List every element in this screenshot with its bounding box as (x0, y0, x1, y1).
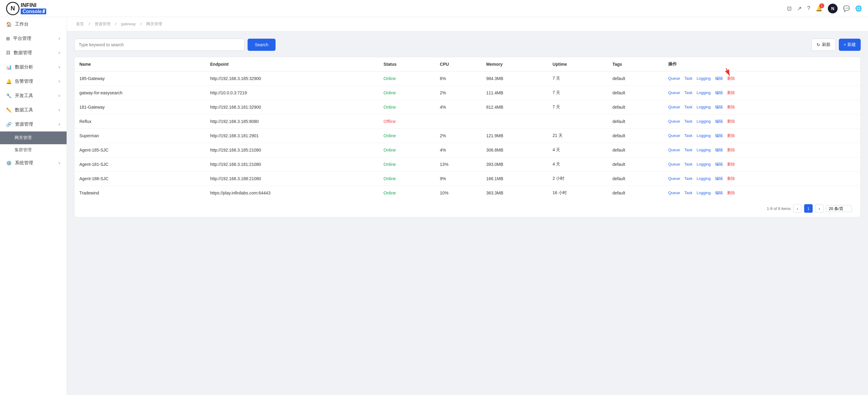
breadcrumb-resource[interactable]: 资源管理 (95, 22, 111, 26)
action-logging-link[interactable]: Logging (697, 176, 711, 181)
sidebar-item-platform[interactable]: ⊞ 平台管理 ∨ (0, 31, 67, 45)
table-header-row: Name Endpoint Status CPU Memory Uptime T… (74, 57, 860, 71)
action-queue-link[interactable]: Queue (668, 148, 680, 152)
prev-page-button[interactable]: ‹ (793, 204, 802, 213)
cell-endpoint: https://play.infinilabs.com:64443 (205, 186, 379, 200)
action-queue-link[interactable]: Queue (668, 133, 680, 138)
sidebar-item-alert[interactable]: 🔔 告警管理 ∨ (0, 74, 67, 89)
sidebar-item-data[interactable]: 目 数据管理 ∨ (0, 45, 67, 60)
sidebar-item-analysis[interactable]: 📊 数据分析 ∨ (0, 60, 67, 74)
action-logging-link[interactable]: Logging (697, 76, 711, 81)
help-icon[interactable]: ? (807, 5, 810, 11)
action-edit-link[interactable]: 编辑 (715, 76, 723, 81)
action-logging-link[interactable]: Logging (697, 119, 711, 124)
col-actions: 操作 (663, 57, 860, 71)
cell-uptime: 4 天 (548, 143, 608, 157)
search-input[interactable] (74, 39, 245, 51)
breadcrumb-gateway[interactable]: gateway (121, 22, 136, 26)
action-delete-link[interactable]: 删除 (727, 190, 735, 195)
action-logging-link[interactable]: Logging (697, 162, 711, 166)
action-logging-link[interactable]: Logging (697, 105, 711, 109)
new-button[interactable]: + 新建 (839, 39, 861, 51)
sidebar-item-inner: 🏠 工作台 (6, 21, 29, 27)
search-button[interactable]: Search (248, 39, 276, 51)
refresh-button[interactable]: ↻ 刷新 (811, 39, 836, 51)
action-task-link[interactable]: Task (684, 162, 692, 166)
table-row: Superman http://192.168.3.181:2901 Onlin… (74, 129, 860, 143)
sidebar-item-devtools[interactable]: 🔧 开发工具 ∨ (0, 89, 67, 103)
cell-cpu: 6% (435, 71, 481, 86)
chevron-down-icon: ∨ (58, 65, 61, 69)
action-delete-link[interactable]: 删除 (727, 105, 735, 109)
action-delete-link[interactable]: 删除 (727, 119, 735, 124)
action-delete-link[interactable]: 删除 (727, 162, 735, 166)
action-logging-link[interactable]: Logging (697, 133, 711, 138)
action-edit-link[interactable]: 编辑 (715, 190, 723, 195)
action-delete-link[interactable]: 删除 (727, 176, 735, 181)
cell-actions: Queue Task Logging 编辑 删除 (663, 186, 860, 200)
action-task-link[interactable]: Task (684, 176, 692, 181)
cell-actions: Queue Task Logging 编辑 删除 (663, 71, 860, 86)
action-task-link[interactable]: Task (684, 90, 692, 95)
chat-icon[interactable]: 💬 (843, 5, 850, 12)
search-left: Search (74, 39, 808, 51)
action-edit-link[interactable]: 编辑 (715, 162, 723, 166)
page-1-button[interactable]: 1 (804, 204, 813, 213)
cell-tags: default (608, 115, 663, 129)
action-task-link[interactable]: Task (684, 190, 692, 195)
action-edit-link[interactable]: 编辑 (715, 133, 723, 138)
action-logging-link[interactable]: Logging (697, 90, 711, 95)
action-delete-link[interactable]: 删除 (727, 133, 735, 138)
action-queue-link[interactable]: Queue (668, 90, 680, 95)
action-queue-link[interactable]: Queue (668, 105, 680, 109)
action-task-link[interactable]: Task (684, 133, 692, 138)
action-edit-link[interactable]: 编辑 (715, 176, 723, 181)
monitor-icon[interactable]: ⊡ (787, 5, 792, 12)
globe-icon[interactable]: 🌐 (855, 5, 862, 12)
cell-actions: Queue Task Logging 编辑 删除 (663, 129, 860, 143)
action-delete-link[interactable]: 删除 (727, 76, 735, 81)
action-queue-link[interactable]: Queue (668, 76, 680, 81)
external-link-icon[interactable]: ↗ (797, 5, 802, 12)
refresh-label: 刷新 (822, 42, 831, 48)
cell-tags: default (608, 129, 663, 143)
bell-icon[interactable]: 🔔 1 (816, 5, 823, 12)
home-icon: 🏠 (6, 22, 12, 27)
action-edit-link[interactable]: 编辑 (715, 105, 723, 109)
sidebar-item-resource[interactable]: 🔗 资源管理 ∧ (0, 117, 67, 131)
cell-tags: default (608, 172, 663, 186)
table-row: Agent-188-SJC http://192.168.3.188:21080… (74, 172, 860, 186)
sidebar-label-alert: 告警管理 (15, 79, 33, 84)
sidebar-sub-gateway[interactable]: 网关管理 (0, 131, 67, 144)
notification-badge: 1 (819, 3, 824, 8)
action-task-link[interactable]: Task (684, 119, 692, 124)
sidebar-item-workbench[interactable]: 🏠 工作台 (0, 17, 67, 31)
action-edit-link[interactable]: 编辑 (715, 90, 723, 95)
action-edit-link[interactable]: 编辑 (715, 119, 723, 124)
action-delete-link[interactable]: 删除 (727, 148, 735, 152)
cell-endpoint: http://192.168.3.188:21080 (205, 172, 379, 186)
avatar[interactable]: N (828, 4, 838, 13)
action-queue-link[interactable]: Queue (668, 162, 680, 166)
sidebar-sub-cluster[interactable]: 集群管理 (0, 144, 67, 156)
breadcrumb-home[interactable]: 首页 (76, 22, 84, 26)
action-task-link[interactable]: Task (684, 148, 692, 152)
sidebar-item-datatool[interactable]: ✏️ 数据工具 ∨ (0, 103, 67, 117)
action-logging-link[interactable]: Logging (697, 190, 711, 195)
action-queue-link[interactable]: Queue (668, 190, 680, 195)
sidebar-item-inner: 目 数据管理 (6, 50, 32, 56)
cell-cpu: 4% (435, 143, 481, 157)
cell-actions: Queue Task Logging 编辑 删除 (663, 172, 860, 186)
action-queue-link[interactable]: Queue (668, 119, 680, 124)
next-page-button[interactable]: › (815, 204, 824, 213)
alert-icon: 🔔 (6, 79, 12, 84)
action-queue-link[interactable]: Queue (668, 176, 680, 181)
action-edit-link[interactable]: 编辑 (715, 148, 723, 152)
action-task-link[interactable]: Task (684, 76, 692, 81)
action-delete-link[interactable]: 删除 (727, 90, 735, 95)
action-logging-link[interactable]: Logging (697, 148, 711, 152)
sidebar-item-system[interactable]: ⚙️ 系统管理 ∨ (0, 156, 67, 170)
per-page-select[interactable]: 20 条/页 50 条/页 100 条/页 (826, 205, 852, 212)
cell-actions: Queue Task Logging 编辑 删除 (663, 115, 860, 129)
action-task-link[interactable]: Task (684, 105, 692, 109)
